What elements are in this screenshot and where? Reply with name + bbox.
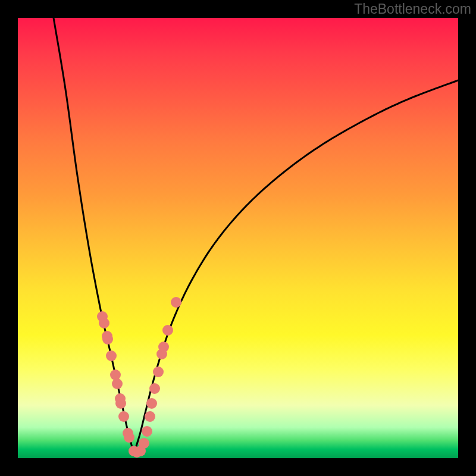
- data-marker: [106, 350, 117, 361]
- data-marker: [149, 383, 160, 394]
- data-marker: [162, 325, 173, 336]
- data-marker: [124, 432, 134, 443]
- data-marker: [115, 398, 126, 409]
- data-marker: [142, 426, 152, 437]
- data-marker: [153, 367, 164, 377]
- chart-frame: TheBottleneck.com: [0, 0, 476, 476]
- data-marker: [118, 411, 129, 422]
- curve-branch: [54, 18, 134, 453]
- plot-area: [18, 18, 458, 458]
- data-marker: [110, 369, 121, 380]
- data-marker: [145, 411, 155, 422]
- data-marker: [146, 398, 157, 409]
- data-marker: [112, 378, 123, 389]
- data-marker: [158, 342, 169, 352]
- curve-branch: [134, 80, 458, 453]
- data-marker: [99, 318, 109, 328]
- chart-svg: [18, 18, 458, 458]
- data-marker: [171, 297, 181, 308]
- data-marker: [139, 438, 149, 449]
- data-marker: [102, 334, 113, 345]
- watermark-text: TheBottleneck.com: [354, 1, 471, 17]
